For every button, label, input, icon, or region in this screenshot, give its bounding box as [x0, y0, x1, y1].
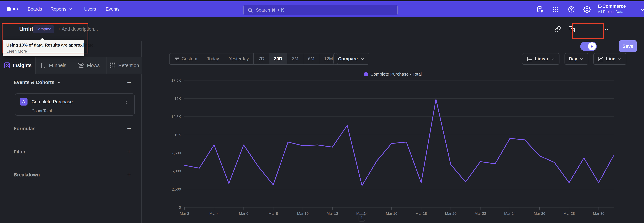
chevron-down-icon [360, 57, 364, 61]
mixpanel-logo[interactable] [7, 1, 18, 17]
scale-dropdown[interactable]: Linear [522, 53, 560, 65]
add-filter-button[interactable]: + [127, 148, 131, 155]
search-icon [247, 7, 253, 13]
copy-link-icon[interactable] [554, 26, 561, 33]
range-label: 30D [274, 56, 282, 61]
event-series-badge: A [20, 98, 28, 105]
chevron-down-icon [68, 7, 72, 11]
range-yesterday[interactable]: Yesterday [224, 53, 254, 64]
range-today[interactable]: Today [202, 53, 224, 64]
svg-text:5,000: 5,000 [172, 169, 181, 173]
tab-retention[interactable]: Retention [106, 57, 142, 74]
learn-more-link[interactable]: Learn More [6, 49, 27, 54]
logo-dot-large [7, 7, 11, 11]
event-card[interactable]: A Complete Purchase Count Total [15, 93, 135, 116]
svg-text:7,500: 7,500 [172, 151, 181, 155]
nav-item-users[interactable]: Users [84, 1, 96, 17]
range-label: 3M [292, 56, 298, 61]
data-management-icon[interactable] [536, 6, 544, 13]
tab-flows[interactable]: Flows [71, 57, 106, 74]
svg-text:Mar 8: Mar 8 [268, 211, 278, 215]
nav-item-events[interactable]: Events [106, 1, 120, 17]
funnels-icon [40, 62, 46, 69]
compare-label: Compare [338, 56, 358, 61]
project-switcher[interactable]: E-Commerce All Project Data [598, 4, 640, 15]
logo-dot-small [17, 9, 18, 10]
nav-item-label: Users [84, 7, 96, 12]
compare-button[interactable]: Compare [334, 53, 369, 65]
svg-text:Mar 2: Mar 2 [180, 211, 189, 215]
nav-item-label: Events [106, 7, 120, 12]
svg-text:17.5K: 17.5K [172, 78, 181, 82]
chevron-down-icon [580, 57, 584, 61]
search-input[interactable]: Search ⌘ + K [243, 5, 398, 15]
filter-row: Filter + [14, 148, 131, 155]
builder-tabs: Insights Funnels Flows Retention [0, 57, 142, 74]
sampled-badge[interactable]: Sampled [33, 25, 54, 33]
add-event-button[interactable]: + [127, 79, 131, 86]
date-range-selector: Custom Today Yesterday 7D 30D 3M 6M 12M [169, 53, 338, 65]
tooltip-text: Using 10% of data. Results are approxima… [6, 43, 80, 48]
chevron-down-icon[interactable] [57, 80, 61, 84]
svg-text:Mar 18: Mar 18 [416, 211, 427, 215]
range-label: Yesterday [229, 56, 249, 61]
add-to-board-icon[interactable] [568, 26, 576, 33]
sampling-toggle[interactable] [580, 42, 597, 51]
tab-label: Insights [13, 63, 32, 68]
nav-item-reports[interactable]: Reports [50, 1, 72, 17]
nav-item-boards[interactable]: Boards [28, 1, 42, 17]
tab-funnels[interactable]: Funnels [35, 57, 71, 74]
filter-label: Filter [14, 149, 26, 155]
breakdown-row: Breakdown + [14, 171, 131, 178]
top-nav: Boards Reports Users Events Search ⌘ + K [0, 1, 644, 17]
event-metric[interactable]: Count Total [32, 108, 52, 113]
chart-type-dropdown[interactable]: Line [593, 53, 626, 65]
svg-text:12.5K: 12.5K [172, 115, 181, 119]
range-30d[interactable]: 30D [269, 53, 287, 64]
svg-text:Mar 12: Mar 12 [327, 211, 338, 215]
window-edge [0, 0, 644, 1]
formulas-row: Formulas + [14, 125, 131, 132]
lightning-bolt-icon [590, 44, 594, 49]
svg-text:Mar 16: Mar 16 [386, 211, 397, 215]
breakdown-label: Breakdown [14, 172, 40, 178]
ellipsis-icon [602, 26, 609, 33]
range-6m[interactable]: 6M [303, 53, 319, 64]
nav-item-label: Reports [50, 7, 66, 12]
line-chart[interactable]: 02,5005,0007,50010K12.5K15K17.5KMar 2Mar… [142, 67, 644, 223]
range-7d[interactable]: 7D [254, 53, 269, 64]
add-description-button[interactable]: + Add description... [58, 26, 98, 32]
event-name[interactable]: Complete Purchase [32, 99, 73, 104]
granularity-label: Day [569, 56, 577, 61]
svg-text:Mar 6: Mar 6 [239, 211, 248, 215]
granularity-dropdown[interactable]: Day [564, 53, 588, 65]
flows-icon [78, 62, 85, 69]
svg-text:2,500: 2,500 [172, 187, 181, 191]
formulas-label: Formulas [14, 126, 36, 131]
add-breakdown-button[interactable]: + [127, 171, 131, 178]
tab-label: Funnels [49, 63, 66, 68]
svg-text:Mar 30: Mar 30 [593, 211, 604, 215]
logo-dot-medium [13, 8, 16, 11]
divider [615, 40, 615, 52]
report-header: Untitled Sampled + Add description... Sa… [0, 17, 644, 41]
range-label: 7D [258, 56, 264, 61]
add-formula-button[interactable]: + [127, 125, 131, 132]
range-3m[interactable]: 3M [287, 53, 303, 64]
svg-text:Mar 26: Mar 26 [534, 211, 545, 215]
events-cohorts-label[interactable]: Events & Cohorts [14, 80, 54, 85]
save-button[interactable]: Save [619, 40, 636, 52]
svg-text:Mar 10: Mar 10 [297, 211, 308, 215]
tab-insights[interactable]: Insights [0, 57, 35, 74]
project-scope: All Project Data [598, 10, 640, 14]
chart-type-label: Line [606, 56, 616, 61]
pagination-page-1[interactable]: 1 [358, 214, 365, 221]
kebab-menu-icon[interactable] [123, 99, 129, 104]
svg-text:10K: 10K [174, 133, 181, 137]
help-icon[interactable] [568, 6, 575, 13]
range-custom[interactable]: Custom [170, 53, 202, 64]
events-cohorts-header: Events & Cohorts + [14, 79, 131, 86]
apps-grid-icon[interactable] [552, 6, 559, 13]
more-options-button[interactable] [602, 26, 609, 33]
settings-gear-icon[interactable] [583, 6, 591, 13]
